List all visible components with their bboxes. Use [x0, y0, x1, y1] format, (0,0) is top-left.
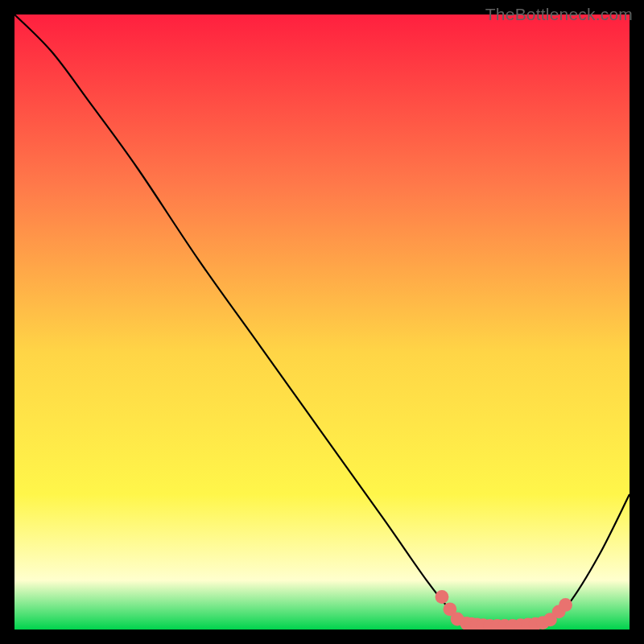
bottleneck-chart: [14, 14, 630, 630]
chart-stage: TheBottleneck.com: [0, 0, 644, 644]
curve-marker: [436, 590, 449, 604]
gradient-background: [14, 14, 630, 630]
watermark-text: TheBottleneck.com: [485, 5, 633, 24]
curve-marker: [559, 598, 572, 612]
